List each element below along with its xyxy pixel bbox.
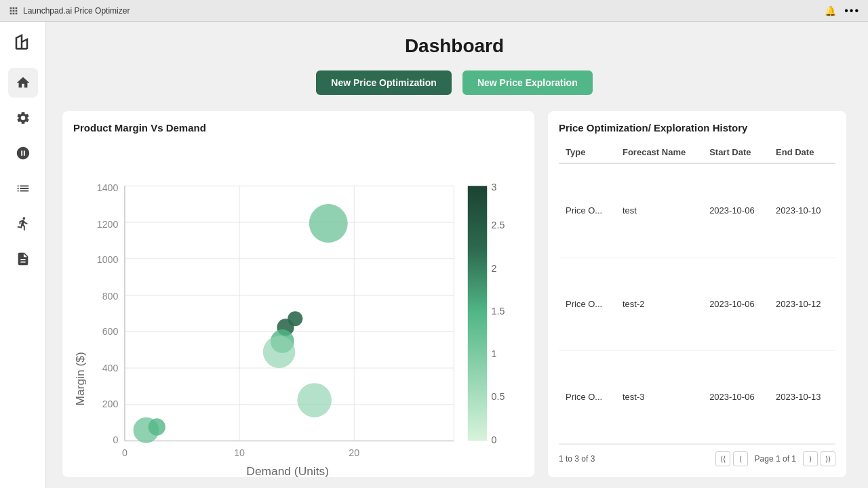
logo-icon	[12, 31, 34, 53]
history-table-title: Price Optimization/ Exploration History	[559, 122, 835, 134]
svg-text:20: 20	[349, 447, 359, 458]
col-type: Type	[559, 142, 616, 163]
more-icon[interactable]: •••	[844, 5, 860, 17]
table-footer: 1 to 3 of 3 ⟨⟨ ⟨ Page 1 of 1 ⟩ ⟩⟩	[559, 444, 835, 466]
sidebar-logo	[11, 30, 35, 54]
settings-icon	[16, 110, 31, 125]
sidebar-item-activity[interactable]	[8, 209, 38, 239]
svg-text:1200: 1200	[97, 219, 119, 230]
svg-text:10: 10	[234, 447, 245, 458]
window-title-right: 🔔 •••	[825, 5, 860, 17]
finance-icon	[16, 251, 31, 266]
cell-start: 2023-10-06	[703, 258, 769, 350]
page-info: Page 1 of 1	[751, 454, 800, 464]
window-title-left: Launchpad.ai Price Optimizer	[8, 5, 130, 16]
cell-forecast: test	[616, 163, 703, 258]
svg-text:0: 0	[122, 447, 127, 458]
cell-type: Price O...	[559, 258, 616, 350]
svg-text:2.5: 2.5	[492, 220, 505, 230]
table-body: Price O... test 2023-10-06 2023-10-10 Pr…	[559, 163, 835, 444]
history-table: Type Forecast Name Start Date End Date P…	[559, 142, 835, 444]
cell-type: Price O...	[559, 163, 616, 258]
svg-text:0.5: 0.5	[492, 391, 505, 402]
table-row[interactable]: Price O... test-3 2023-10-06 2023-10-13	[559, 350, 835, 443]
new-price-exploration-button[interactable]: New Price Exploration	[462, 70, 593, 95]
svg-text:800: 800	[102, 291, 119, 302]
cell-end: 2023-10-13	[769, 350, 835, 443]
svg-text:1.5: 1.5	[492, 306, 505, 317]
chart-area: Margin ($) 0 200 400 600 800 1000 1200 1…	[73, 142, 524, 477]
window-titlebar: Launchpad.ai Price Optimizer 🔔 •••	[0, 0, 868, 22]
svg-text:600: 600	[102, 326, 119, 337]
chart-title: Product Margin Vs Demand	[73, 122, 524, 134]
activity-icon	[16, 216, 31, 231]
cell-end: 2023-10-10	[769, 163, 835, 258]
col-start: Start Date	[703, 142, 769, 163]
history-panel: Price Optimization/ Exploration History …	[548, 111, 846, 477]
new-price-optimization-button[interactable]: New Price Optimization	[316, 70, 452, 95]
sidebar-item-finance[interactable]	[8, 244, 38, 274]
cell-forecast: test-3	[616, 350, 703, 443]
svg-text:3: 3	[492, 182, 497, 192]
window-body: Dashboard New Price Optimization New Pri…	[0, 22, 868, 488]
sidebar-item-settings[interactable]	[8, 103, 38, 133]
next-page-button[interactable]: ⟩	[803, 451, 818, 466]
panels: Product Margin Vs Demand Margin ($) 0 20…	[62, 111, 846, 477]
pagination-range: 1 to 3 of 3	[559, 454, 595, 464]
bubble-8	[297, 383, 332, 418]
cell-start: 2023-10-06	[703, 163, 769, 258]
bubble-6	[263, 336, 295, 368]
last-page-button[interactable]: ⟩⟩	[821, 451, 835, 466]
pagination-controls: ⟨⟨ ⟨ Page 1 of 1 ⟩ ⟩⟩	[715, 451, 835, 466]
chart-svg: Margin ($) 0 200 400 600 800 1000 1200 1…	[73, 142, 524, 477]
window-title-text: Launchpad.ai Price Optimizer	[23, 6, 130, 16]
svg-text:Demand (Units): Demand (Units)	[246, 464, 329, 477]
page-title: Dashboard	[62, 35, 846, 57]
cell-forecast: test-2	[616, 258, 703, 350]
app-icon	[8, 5, 19, 16]
home-icon	[16, 75, 31, 90]
sidebar	[0, 22, 46, 488]
sidebar-item-list[interactable]	[8, 174, 38, 203]
chart-panel: Product Margin Vs Demand Margin ($) 0 20…	[62, 111, 534, 477]
svg-text:0: 0	[492, 434, 497, 445]
bell-icon[interactable]: 🔔	[825, 5, 836, 16]
cell-start: 2023-10-06	[703, 350, 769, 443]
svg-text:2: 2	[492, 263, 497, 274]
col-end: End Date	[769, 142, 835, 163]
table-header-row: Type Forecast Name Start Date End Date	[559, 142, 835, 163]
svg-text:400: 400	[102, 363, 119, 373]
bubble-2	[149, 418, 165, 435]
table-row[interactable]: Price O... test-2 2023-10-06 2023-10-12	[559, 258, 835, 350]
svg-text:1: 1	[492, 348, 497, 359]
sidebar-item-media[interactable]	[8, 138, 38, 168]
sidebar-item-home[interactable]	[8, 68, 38, 98]
y-axis-label: Margin ($)	[73, 352, 87, 405]
legend-bar	[468, 186, 487, 441]
list-icon	[16, 181, 31, 196]
svg-text:0: 0	[113, 434, 118, 445]
action-buttons: New Price Optimization New Price Explora…	[62, 70, 846, 95]
table-row[interactable]: Price O... test 2023-10-06 2023-10-10	[559, 163, 835, 258]
media-icon	[16, 146, 31, 161]
cell-end: 2023-10-12	[769, 258, 835, 350]
svg-text:200: 200	[102, 399, 119, 409]
svg-text:1400: 1400	[97, 182, 119, 193]
first-page-button[interactable]: ⟨⟨	[715, 451, 730, 466]
col-forecast: Forecast Name	[616, 142, 703, 163]
page-content: Dashboard New Price Optimization New Pri…	[46, 22, 868, 488]
svg-text:1000: 1000	[97, 254, 119, 265]
bubble-7	[309, 204, 348, 243]
bubble-4	[288, 311, 302, 326]
prev-page-button[interactable]: ⟨	[733, 451, 748, 466]
cell-type: Price O...	[559, 350, 616, 443]
